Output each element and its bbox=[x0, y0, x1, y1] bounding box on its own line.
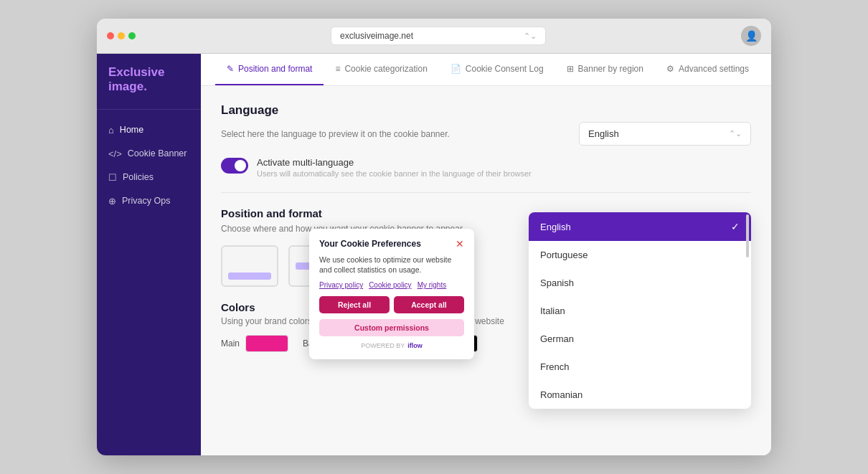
sidebar-item-home[interactable]: ⌂ Home bbox=[97, 118, 201, 142]
dropdown-option-german-label: German bbox=[540, 333, 574, 344]
dropdown-option-spanish[interactable]: Spanish bbox=[529, 269, 751, 297]
sidebar-item-cookie-banner[interactable]: </> Cookie Banner bbox=[97, 142, 201, 166]
address-bar[interactable]: exclusiveimage.net ⌃⌄ bbox=[331, 27, 546, 45]
tab-label-banner-by-region: Banner by region bbox=[578, 64, 643, 74]
privacy-policy-link[interactable]: Privacy policy bbox=[319, 281, 363, 289]
banner-opt-bottom-bar[interactable] bbox=[221, 245, 278, 287]
cookie-popup-links: Privacy policy Cookie policy My rights bbox=[319, 281, 464, 289]
dropdown-option-french-label: French bbox=[540, 361, 569, 372]
toggle-label: Activate multi-language bbox=[257, 157, 532, 168]
dropdown-scrollbar bbox=[746, 214, 749, 257]
main-content: ✎ Position and format ≡ Cookie categoriz… bbox=[201, 54, 771, 455]
reject-all-button[interactable]: Reject all bbox=[319, 296, 390, 313]
cookie-action-buttons: Reject all Accept all bbox=[319, 296, 464, 313]
grid-icon: ⊞ bbox=[567, 64, 574, 74]
language-selected-value: English bbox=[588, 128, 619, 139]
powered-by: POWERED BY iflow bbox=[319, 342, 464, 349]
check-icon: ✓ bbox=[731, 221, 740, 232]
cookie-popup: Your Cookie Preferences ✕ We use cookies… bbox=[309, 229, 474, 359]
language-section: Language Select here the language to pre… bbox=[221, 103, 751, 178]
dropdown-option-german[interactable]: German bbox=[529, 325, 751, 353]
toggle-knob bbox=[235, 160, 246, 171]
logo-line1: Exclusive bbox=[108, 65, 164, 79]
dot-minimize[interactable] bbox=[118, 32, 125, 39]
tab-cookie-consent-log[interactable]: 📄 Cookie Consent Log bbox=[439, 54, 555, 85]
cookie-policy-link[interactable]: Cookie policy bbox=[369, 281, 411, 289]
cookie-popup-body: We use cookies to optimize our website a… bbox=[319, 255, 464, 275]
language-select-control: English ⌃⌄ bbox=[579, 122, 751, 146]
tab-label-cookie-categorization: Cookie categorization bbox=[344, 64, 427, 74]
code-icon: </> bbox=[108, 148, 122, 159]
dropdown-option-english[interactable]: English ✓ bbox=[529, 212, 751, 241]
banner-bar-bottom bbox=[228, 272, 271, 280]
tab-label-advanced-settings: Advanced settings bbox=[679, 64, 749, 74]
toggle-text: Activate multi-language Users will autom… bbox=[257, 157, 532, 178]
dropdown-option-portuguese[interactable]: Portuguese bbox=[529, 241, 751, 269]
tab-advanced-settings[interactable]: ⚙ Advanced settings bbox=[655, 54, 760, 85]
toggle-sublabel: Users will automatically see the cookie … bbox=[257, 169, 532, 178]
dot-close[interactable] bbox=[107, 32, 114, 39]
sidebar: Exclusive image. ⌂ Home </> Cookie Banne… bbox=[97, 54, 201, 455]
divider-1 bbox=[221, 192, 751, 193]
cookie-popup-header: Your Cookie Preferences ✕ bbox=[319, 239, 464, 249]
policies-icon: ☐ bbox=[108, 172, 117, 183]
address-arrows: ⌃⌄ bbox=[524, 32, 537, 41]
custom-permissions-button[interactable]: Custom permissions bbox=[319, 319, 464, 336]
home-icon: ⌂ bbox=[108, 125, 114, 136]
content-area: Language Select here the language to pre… bbox=[201, 86, 771, 455]
toggle-row: Activate multi-language Users will autom… bbox=[221, 157, 751, 178]
language-row: Select here the language to preview it o… bbox=[221, 122, 751, 146]
user-avatar[interactable]: 👤 bbox=[741, 26, 761, 46]
tab-label-cookie-consent-log: Cookie Consent Log bbox=[466, 64, 544, 74]
sidebar-item-privacy-ops[interactable]: ⊕ Privacy Ops bbox=[97, 189, 201, 213]
user-icon: 👤 bbox=[745, 30, 758, 42]
color-main-swatch[interactable] bbox=[245, 335, 288, 352]
doc-icon: 📄 bbox=[450, 64, 461, 74]
language-select[interactable]: English ⌃⌄ bbox=[579, 122, 751, 146]
tab-label-position-format: Position and format bbox=[238, 64, 312, 74]
sidebar-item-policies[interactable]: ☐ Policies bbox=[97, 166, 201, 189]
dropdown-option-french[interactable]: French bbox=[529, 353, 751, 381]
powered-by-text: POWERED BY bbox=[361, 342, 405, 349]
dropdown-option-portuguese-label: Portuguese bbox=[540, 250, 588, 260]
multilang-toggle[interactable] bbox=[221, 158, 248, 174]
dropdown-option-italian-label: Italian bbox=[540, 305, 565, 316]
logo: Exclusive image. bbox=[97, 65, 201, 110]
language-desc: Select here the language to preview it o… bbox=[221, 129, 450, 139]
tab-cookie-categorization[interactable]: ≡ Cookie categorization bbox=[324, 54, 438, 85]
language-dropdown: English ✓ Portuguese Spanish Italian Ger… bbox=[529, 212, 751, 409]
cookie-popup-title: Your Cookie Preferences bbox=[319, 239, 421, 249]
color-main: Main bbox=[221, 335, 288, 352]
color-main-label: Main bbox=[221, 338, 240, 349]
language-title: Language bbox=[221, 103, 751, 118]
brand-name: iflow bbox=[407, 342, 423, 349]
sidebar-label-policies: Policies bbox=[123, 172, 154, 182]
sidebar-label-privacy-ops: Privacy Ops bbox=[122, 196, 170, 206]
dropdown-option-english-label: English bbox=[540, 222, 571, 232]
dropdown-option-spanish-label: Spanish bbox=[540, 278, 574, 288]
shield-icon: ⊕ bbox=[108, 196, 116, 207]
accept-all-button[interactable]: Accept all bbox=[394, 296, 464, 313]
sidebar-label-cookie-banner: Cookie Banner bbox=[128, 148, 187, 158]
select-arrows-icon: ⌃⌄ bbox=[729, 129, 742, 138]
tabs-bar: ✎ Position and format ≡ Cookie categoriz… bbox=[201, 54, 771, 86]
dropdown-option-italian[interactable]: Italian bbox=[529, 297, 751, 325]
edit-icon: ✎ bbox=[227, 64, 234, 74]
sidebar-label-home: Home bbox=[120, 125, 143, 135]
browser-chrome: exclusiveimage.net ⌃⌄ 👤 bbox=[97, 19, 771, 54]
settings-icon: ⚙ bbox=[666, 64, 674, 74]
dropdown-option-romanian-label: Romanian bbox=[540, 389, 582, 400]
cookie-close-button[interactable]: ✕ bbox=[456, 239, 464, 249]
browser-dots bbox=[107, 32, 136, 39]
dot-fullscreen[interactable] bbox=[128, 32, 136, 39]
list-icon: ≡ bbox=[335, 64, 340, 74]
logo-line2: image bbox=[108, 80, 143, 93]
address-text: exclusiveimage.net bbox=[340, 31, 413, 41]
tab-position-format[interactable]: ✎ Position and format bbox=[215, 54, 324, 85]
dropdown-option-romanian[interactable]: Romanian bbox=[529, 381, 751, 409]
my-rights-link[interactable]: My rights bbox=[418, 281, 447, 289]
tab-banner-by-region[interactable]: ⊞ Banner by region bbox=[555, 54, 655, 85]
